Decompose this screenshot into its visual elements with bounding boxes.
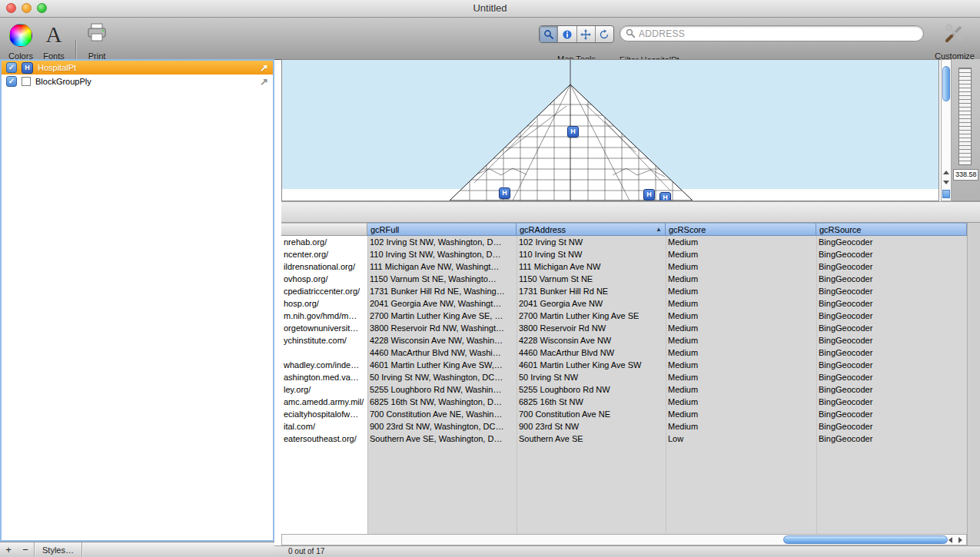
polygon-layer-icon bbox=[22, 77, 31, 86]
table-cell: ychinstitute.com/ bbox=[281, 334, 367, 346]
table-row[interactable]: m.nih.gov/hmd/m…2700 Martin Luther King … bbox=[281, 310, 967, 322]
column-header-gcrscore[interactable]: gcRScore bbox=[666, 223, 816, 236]
scroll-up-button[interactable] bbox=[942, 167, 951, 177]
table-cell: 700 Constitution Ave NE bbox=[517, 408, 666, 420]
table-horizontal-scrollbar[interactable] bbox=[281, 534, 967, 545]
hospital-marker[interactable]: H bbox=[659, 192, 671, 201]
table-cell: Medium bbox=[666, 396, 816, 408]
customize-button[interactable]: Customize bbox=[932, 22, 978, 59]
table-cell: m.nih.gov/hmd/m… bbox=[281, 310, 367, 322]
table-cell: cpediatriccenter.org/ bbox=[281, 285, 367, 297]
table-right-gutter bbox=[967, 223, 980, 545]
table-cell: BingGeocoder bbox=[816, 273, 967, 285]
customize-icon bbox=[943, 24, 966, 44]
column-header-gcrsource[interactable]: gcRSource bbox=[816, 223, 967, 236]
info-tool-button[interactable] bbox=[558, 26, 576, 42]
footer-separator bbox=[81, 542, 82, 557]
table-row[interactable]: ildrensnational.org/111 Michigan Ave NW,… bbox=[281, 260, 967, 273]
rotate-tool-button[interactable] bbox=[596, 26, 613, 42]
table-row[interactable]: cpediatriccenter.org/1731 Bunker Hill Rd… bbox=[281, 285, 967, 297]
table-cell: 900 23rd St NW bbox=[517, 420, 666, 433]
layer-detail-arrow-icon[interactable]: ↗ bbox=[260, 77, 268, 87]
table-cell: 6825 16th St NW bbox=[517, 396, 666, 408]
scroll-down-button[interactable] bbox=[942, 177, 951, 187]
table-cell: Southern Ave SE, Washington, D… bbox=[367, 433, 517, 445]
record-count-text: 0 out of 17 bbox=[288, 547, 324, 555]
table-row[interactable]: amc.amedd.army.mil/6825 16th St NW, Wash… bbox=[281, 396, 967, 408]
table-cell: amc.amedd.army.mil/ bbox=[281, 396, 367, 408]
scale-value-field[interactable]: 338.58 bbox=[953, 169, 978, 181]
table-cell: 4460 MacArthur Blvd NW bbox=[517, 346, 666, 359]
layer-row-blockgroupply[interactable]: ✓ BlockGroupPly ↗ bbox=[2, 75, 273, 88]
table-cell: BingGeocoder bbox=[816, 310, 967, 322]
table-row[interactable]: ital.com/900 23rd St NW, Washington, DC…… bbox=[281, 420, 967, 433]
table-cell: ital.com/ bbox=[281, 420, 367, 433]
table-row[interactable]: ashington.med.va…50 Irving St NW, Washin… bbox=[281, 371, 967, 383]
scroll-left-button[interactable] bbox=[945, 535, 955, 545]
scroll-right-button[interactable] bbox=[955, 535, 965, 545]
add-layer-button[interactable]: + bbox=[0, 542, 17, 557]
table-cell: BingGeocoder bbox=[816, 322, 967, 334]
colors-button[interactable]: Colors bbox=[3, 22, 38, 59]
map-table-splitter[interactable] bbox=[281, 201, 980, 223]
map-view[interactable]: H H H H bbox=[281, 59, 939, 201]
table-cell: ashington.med.va… bbox=[281, 371, 367, 383]
layer-checkbox[interactable]: ✓ bbox=[6, 76, 17, 87]
column-header-gcraddress[interactable]: gcRAddress ▲ bbox=[517, 223, 666, 236]
filter-input[interactable] bbox=[620, 25, 924, 41]
scrollbar-thumb[interactable] bbox=[942, 66, 950, 101]
table-row[interactable]: ychinstitute.com/4228 Wisconsin Ave NW, … bbox=[281, 334, 967, 346]
fonts-button[interactable]: A Fonts bbox=[38, 22, 70, 59]
table-cell: 3800 Reservoir Rd NW, Washingt… bbox=[367, 322, 517, 334]
table-cell: BingGeocoder bbox=[816, 408, 967, 420]
table-row[interactable]: orgetownuniversit…3800 Reservoir Rd NW, … bbox=[281, 322, 967, 334]
pan-tool-button[interactable] bbox=[577, 26, 596, 42]
zoom-slider[interactable] bbox=[958, 68, 972, 165]
table-row[interactable]: hosp.org/2041 Georgia Ave NW, Washingt…2… bbox=[281, 297, 967, 310]
table-cell: ley.org/ bbox=[281, 383, 367, 396]
table-row[interactable]: whadley.com/inde…4601 Martin Luther King… bbox=[281, 359, 967, 371]
scrollbar-thumb[interactable] bbox=[783, 535, 948, 544]
table-row[interactable]: ecialtyhospitalofw…700 Constitution Ave … bbox=[281, 408, 967, 420]
table-cell: 4460 MacArthur Blvd NW, Washi… bbox=[367, 346, 517, 359]
printer-icon bbox=[85, 22, 108, 45]
layer-row-hospitalpt[interactable]: ✓ H HospitalPt ↗ bbox=[2, 61, 273, 75]
hospital-marker[interactable]: H bbox=[567, 126, 579, 138]
table-header: gcRFull gcRAddress ▲ gcRScore gcRSource bbox=[281, 223, 967, 236]
table-cell: ncenter.org/ bbox=[281, 248, 367, 260]
print-button[interactable]: Print bbox=[79, 22, 115, 59]
fonts-icon: A bbox=[38, 22, 70, 47]
table-cell: Medium bbox=[666, 334, 816, 346]
table-row[interactable]: ovhosp.org/1150 Varnum St NE, Washingto…… bbox=[281, 273, 967, 285]
table-cell: ovhosp.org/ bbox=[281, 273, 367, 285]
hospital-marker[interactable]: H bbox=[643, 189, 655, 201]
layer-detail-arrow-icon[interactable]: ↗ bbox=[260, 63, 268, 73]
table-row[interactable]: ncenter.org/110 Irving St NW, Washington… bbox=[281, 248, 967, 260]
table-cell: BingGeocoder bbox=[816, 371, 967, 383]
table-row[interactable]: ley.org/5255 Loughboro Rd NW, Washin…525… bbox=[281, 383, 967, 396]
table-cell: 1731 Bunker Hill Rd NE, Washing… bbox=[367, 285, 517, 297]
table-row[interactable]: 4460 MacArthur Blvd NW, Washi…4460 MacAr… bbox=[281, 346, 967, 359]
table-cell: eatersoutheast.org/ bbox=[281, 433, 367, 445]
styles-button[interactable]: Styles… bbox=[35, 545, 81, 555]
table-cell: Medium bbox=[666, 346, 816, 359]
application-window: Untitled Colors A Fonts Print bbox=[0, 0, 980, 557]
map-vertical-scrollbar[interactable] bbox=[941, 59, 952, 201]
layer-label: HospitalPt bbox=[38, 63, 76, 72]
layer-checkbox[interactable]: ✓ bbox=[6, 62, 17, 73]
column-header[interactable] bbox=[281, 223, 367, 236]
column-header-gcrfull[interactable]: gcRFull bbox=[367, 223, 517, 236]
window-titlebar: Untitled bbox=[0, 0, 980, 18]
table-row[interactable]: nrehab.org/102 Irving St NW, Washington,… bbox=[281, 236, 967, 248]
table-cell: Medium bbox=[666, 297, 816, 310]
hospital-marker[interactable]: H bbox=[499, 187, 510, 199]
table-body: nrehab.org/102 Irving St NW, Washington,… bbox=[281, 236, 967, 534]
remove-layer-button[interactable]: − bbox=[17, 542, 34, 557]
zoom-tool-button[interactable] bbox=[540, 26, 558, 42]
window-title: Untitled bbox=[0, 0, 980, 17]
info-icon bbox=[562, 29, 573, 40]
magnifier-icon bbox=[543, 29, 554, 40]
table-cell: 111 Michigan Ave NW bbox=[517, 260, 666, 273]
table-cell: BingGeocoder bbox=[816, 433, 967, 445]
table-row[interactable]: eatersoutheast.org/Southern Ave SE, Wash… bbox=[281, 433, 967, 445]
